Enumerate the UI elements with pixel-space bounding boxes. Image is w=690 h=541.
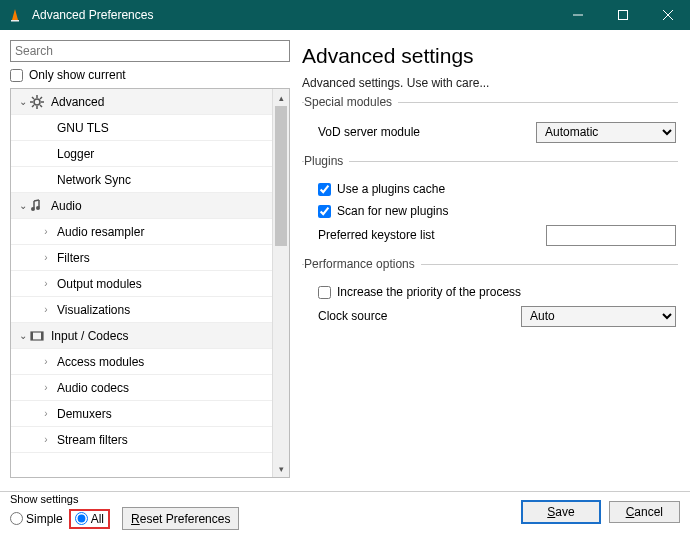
scroll-down-arrow[interactable]: ▾	[273, 460, 289, 477]
left-panel: Only show current ⌄AdvancedGNU TLSLogger…	[10, 40, 290, 481]
group-plugins: Plugins Use a plugins cache Scan for new…	[302, 161, 678, 256]
tree-item[interactable]: ⌄Input / Codecs	[11, 323, 289, 349]
group-special-modules: Special modules VoD server module Automa…	[302, 102, 678, 153]
page-heading: Advanced settings	[302, 44, 678, 68]
gear-icon	[29, 94, 45, 110]
right-panel: Advanced settings Advanced settings. Use…	[300, 40, 680, 481]
use-cache-checkbox[interactable]	[318, 183, 331, 196]
category-tree: ⌄AdvancedGNU TLSLoggerNetwork Sync⌄Audio…	[10, 88, 290, 478]
chevron-right-icon[interactable]: ›	[41, 356, 51, 367]
vod-select[interactable]: Automatic	[536, 122, 676, 143]
tree-item-label: Demuxers	[57, 407, 112, 421]
tree-item[interactable]: GNU TLS	[11, 115, 289, 141]
tree-item[interactable]: ›Visualizations	[11, 297, 289, 323]
maximize-button[interactable]	[600, 0, 645, 30]
page-subtitle: Advanced settings. Use with care...	[302, 76, 678, 90]
tree-item[interactable]: ›Access modules	[11, 349, 289, 375]
group-performance: Performance options Increase the priorit…	[302, 264, 678, 337]
search-input[interactable]	[10, 40, 290, 62]
tree-item[interactable]: ›Filters	[11, 245, 289, 271]
tree-item-label: Audio resampler	[57, 225, 144, 239]
tree-item-label: Logger	[57, 147, 94, 161]
expander-icon[interactable]: ⌄	[11, 96, 23, 107]
group-title-special: Special modules	[304, 95, 398, 109]
clock-select[interactable]: Auto	[521, 306, 676, 327]
radio-simple-input[interactable]	[10, 512, 23, 525]
only-show-current-row: Only show current	[10, 68, 290, 82]
use-cache-row: Use a plugins cache	[304, 178, 676, 200]
only-show-current-label: Only show current	[29, 68, 126, 82]
chevron-right-icon[interactable]: ›	[41, 226, 51, 237]
scan-new-label: Scan for new plugins	[337, 204, 448, 218]
svg-rect-19	[41, 332, 43, 340]
tree-item[interactable]: ›Audio resampler	[11, 219, 289, 245]
tree-item[interactable]: Logger	[11, 141, 289, 167]
tree-item-label: Output modules	[57, 277, 142, 291]
tree-item-label: Audio	[51, 199, 82, 213]
tree-item-label: Access modules	[57, 355, 144, 369]
svg-line-13	[40, 97, 42, 99]
tree-scrollbar[interactable]: ▴ ▾	[272, 89, 289, 477]
expander-icon[interactable]: ⌄	[11, 330, 23, 341]
svg-rect-1	[11, 20, 19, 22]
clock-row: Clock source Auto	[304, 303, 676, 329]
tree-item-label: Input / Codecs	[51, 329, 128, 343]
tree-item[interactable]: ›Stream filters	[11, 427, 289, 453]
tree-item[interactable]: Network Sync	[11, 167, 289, 193]
chevron-right-icon[interactable]: ›	[41, 278, 51, 289]
reset-preferences-button[interactable]: Reset Preferences	[122, 507, 239, 530]
svg-line-14	[32, 105, 34, 107]
chevron-right-icon[interactable]: ›	[41, 434, 51, 445]
tree-item-label: GNU TLS	[57, 121, 109, 135]
keystore-row: Preferred keystore list	[304, 222, 676, 248]
save-button[interactable]: Save	[521, 500, 600, 524]
footer: Show settings Simple All Reset Preferenc…	[0, 491, 690, 531]
tree-item[interactable]: ›Demuxers	[11, 401, 289, 427]
show-settings-block: Show settings Simple All Reset Preferenc…	[10, 493, 239, 530]
radio-all[interactable]: All	[75, 512, 104, 526]
tree-item[interactable]: ⌄Audio	[11, 193, 289, 219]
scroll-up-arrow[interactable]: ▴	[273, 89, 289, 106]
tree-item[interactable]: ⌄Advanced	[11, 89, 289, 115]
chevron-right-icon[interactable]: ›	[41, 252, 51, 263]
svg-rect-3	[618, 11, 627, 20]
tree-item-label: Filters	[57, 251, 90, 265]
tree-item[interactable]: ›Audio codecs	[11, 375, 289, 401]
svg-line-11	[32, 97, 34, 99]
only-show-current-checkbox[interactable]	[10, 69, 23, 82]
group-title-perf: Performance options	[304, 257, 421, 271]
tree-item-label: Network Sync	[57, 173, 131, 187]
tree-item-label: Advanced	[51, 95, 104, 109]
minimize-button[interactable]	[555, 0, 600, 30]
tree-item-label: Visualizations	[57, 303, 130, 317]
titlebar: Advanced Preferences	[0, 0, 690, 30]
radio-all-input[interactable]	[75, 512, 88, 525]
chevron-right-icon[interactable]: ›	[41, 382, 51, 393]
cancel-button[interactable]: Cancel	[609, 501, 680, 523]
svg-rect-18	[31, 332, 33, 340]
keystore-input[interactable]	[546, 225, 676, 246]
chevron-right-icon[interactable]: ›	[41, 408, 51, 419]
radio-simple[interactable]: Simple	[10, 512, 63, 526]
vod-label: VoD server module	[304, 125, 536, 139]
scan-new-checkbox[interactable]	[318, 205, 331, 218]
svg-point-16	[36, 206, 40, 210]
close-button[interactable]	[645, 0, 690, 30]
expander-icon[interactable]: ⌄	[11, 200, 23, 211]
svg-line-12	[40, 105, 42, 107]
scroll-thumb[interactable]	[275, 106, 287, 246]
dialog-body: Only show current ⌄AdvancedGNU TLSLogger…	[0, 30, 690, 491]
window-title: Advanced Preferences	[30, 8, 555, 22]
radio-all-highlight: All	[69, 509, 110, 529]
tree-item-label: Audio codecs	[57, 381, 129, 395]
vod-row: VoD server module Automatic	[304, 119, 676, 145]
show-settings-label: Show settings	[10, 493, 239, 505]
increase-priority-checkbox[interactable]	[318, 286, 331, 299]
increase-priority-row: Increase the priority of the process	[304, 281, 676, 303]
svg-point-15	[31, 207, 35, 211]
group-title-plugins: Plugins	[304, 154, 349, 168]
increase-priority-label: Increase the priority of the process	[337, 285, 521, 299]
svg-marker-0	[12, 9, 18, 20]
tree-item[interactable]: ›Output modules	[11, 271, 289, 297]
chevron-right-icon[interactable]: ›	[41, 304, 51, 315]
